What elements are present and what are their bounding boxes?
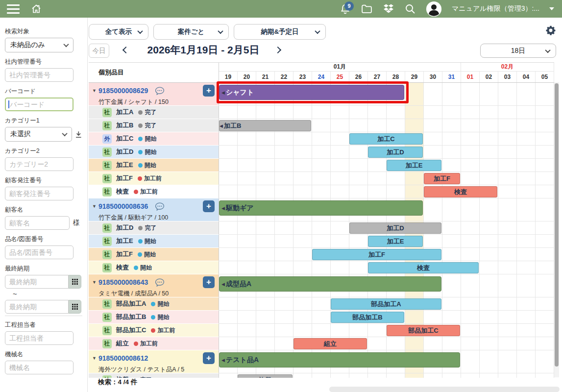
task-gantt-cell: 加工D [219,221,554,235]
gantt-bar[interactable]: ◀加工B [219,120,311,131]
gantt-bar[interactable]: 加工F [312,249,441,260]
apply-down-icon[interactable] [75,131,82,138]
machine-name-input[interactable] [5,361,73,374]
hamburger-menu-button[interactable] [7,4,20,14]
home-icon[interactable] [30,3,42,15]
search-filter-panel: 検索対象 未納品のみ 社内管理番号 バーコード カテゴリー1 未選択 カテゴリー… [0,18,87,392]
calendar-picker-button[interactable] [69,275,81,289]
today-button[interactable]: 今日 [89,44,109,58]
gantt-bar-label: 加工D [387,148,404,157]
task-gantt-cell: 組立 [219,337,554,350]
gantt-bar[interactable]: 加工D [368,147,423,158]
category2-input[interactable] [5,157,73,171]
category1-label: カテゴリー1 [5,117,82,125]
day-header-cell: 21 [256,72,275,82]
gantt-bar[interactable]: 組立 [293,338,367,349]
group-row: ▼9185000008636+竹下金属 / 駆動ギア / 100◀駆動ギア [89,198,554,221]
internal-badge: 社 [102,339,112,348]
internal-number-input[interactable] [5,68,73,82]
gantt-bar[interactable]: ◀駆動ギア [219,200,423,216]
dropbox-icon[interactable] [383,3,394,15]
group-row-line1: ▼9185000008629+ [92,85,216,97]
internal-badge: 社 [102,121,112,130]
date-type-value: 納期&予定日 [261,27,298,36]
add-process-button[interactable]: + [203,200,215,212]
gantt-bar[interactable]: 部品加工A [331,298,441,310]
gantt-bar[interactable]: 加工E [368,236,423,247]
final-due-from-input[interactable] [5,275,69,289]
vertical-scrollbar [554,82,559,377]
task-row: 社加工F開始加工F [89,248,554,261]
user-menu-caret-icon[interactable] [549,7,554,10]
next-period-button[interactable] [274,47,281,53]
group-row: ▼9185000008612+海外ツクリダス / テスト品A / 5◀テスト品A [89,350,554,373]
search-target-select[interactable]: 未納品のみ [5,38,73,52]
gantt-bar[interactable]: 検査 [424,186,497,197]
item-id-link[interactable]: 9185000008629 [98,87,148,95]
gantt-bar-label: 加工B [224,122,241,130]
customer-name-input[interactable] [5,216,70,230]
gantt-bar[interactable]: 加工F [424,173,460,184]
gantt-bar-label: 部品加工A [371,300,401,309]
day-header-cell: 31 [442,72,461,82]
gantt-bar[interactable]: 加工D [349,222,441,234]
horizontal-scrollbar[interactable] [329,387,560,392]
sidebar-section-divider [5,316,82,316]
category1-select[interactable]: 未選択 [5,127,72,142]
date-type-select[interactable]: 納期&予定日 [234,24,326,40]
expand-collapse-icon[interactable]: ▼ [92,204,98,209]
task-name: 加工F [116,250,133,259]
notification-bell-button[interactable]: 9 [340,3,351,15]
user-avatar[interactable] [426,1,442,17]
expand-collapse-icon[interactable]: ▼ [92,88,98,93]
item-id-link[interactable]: 9185000008643 [98,278,148,286]
item-name-input[interactable] [5,245,73,259]
task-row: 社加工E開始加工E [89,235,554,248]
comment-bubble-icon[interactable] [155,87,165,95]
gantt-bar-label: 部品加工B [352,313,382,322]
barcode-input[interactable] [5,98,73,111]
internal-badge: 社 [102,174,112,183]
status-dot [138,110,143,115]
customer-order-input[interactable] [5,187,73,200]
task-name: 加工E [116,161,133,170]
gantt-bar-label: 検査 [454,188,467,196]
gantt-bar[interactable]: ◀成型品A [219,276,441,292]
gantt-bar[interactable]: ◀シャフト [219,85,404,100]
vertical-scrollbar-thumb[interactable] [555,83,559,367]
add-process-button[interactable]: + [203,276,215,288]
gantt-bar[interactable]: 旋盤 [238,374,293,378]
internal-badge: 社 [102,108,112,117]
calendar-picker-button[interactable] [69,300,81,314]
add-process-button[interactable]: + [203,85,215,97]
item-id-link[interactable]: 9185000008612 [98,354,148,362]
gantt-bar[interactable]: 部品加工B [331,312,404,323]
period-length-select[interactable]: 18日 [480,44,556,58]
task-name: 部品加工B [116,313,146,321]
search-target-value: 未納品のみ [10,41,45,49]
gantt-bar[interactable]: ◀テスト品A [219,352,460,368]
gantt-bar[interactable]: 部品加工C [387,325,460,336]
group-gantt-cell: ◀テスト品A [219,350,554,373]
expand-collapse-icon[interactable]: ▼ [92,280,98,285]
item-id-link[interactable]: 9185000008636 [98,202,148,210]
gantt-bar[interactable]: 加工E [387,160,441,171]
task-row-info: 社加工E開始 [89,235,219,248]
display-filter-select[interactable]: 全て表示 [89,24,148,40]
prev-period-button[interactable] [122,47,129,53]
search-icon[interactable] [404,3,416,15]
settings-gear-icon[interactable] [545,25,556,38]
status-label: 加工前 [140,340,158,348]
add-process-button[interactable]: + [203,352,215,364]
comment-bubble-icon[interactable] [155,202,165,211]
gantt-bar[interactable]: 加工C [349,133,423,145]
gantt-bar[interactable]: 検査 [368,262,479,273]
grouping-select[interactable]: 案件ごと [153,24,229,40]
status-dot [151,328,155,333]
comment-bubble-icon[interactable] [155,278,165,287]
final-due-to-input[interactable] [5,300,69,314]
expand-collapse-icon[interactable]: ▼ [92,356,98,361]
day-header-cell: 23 [293,72,312,82]
process-owner-input[interactable] [5,331,73,345]
folder-icon[interactable] [361,3,373,15]
